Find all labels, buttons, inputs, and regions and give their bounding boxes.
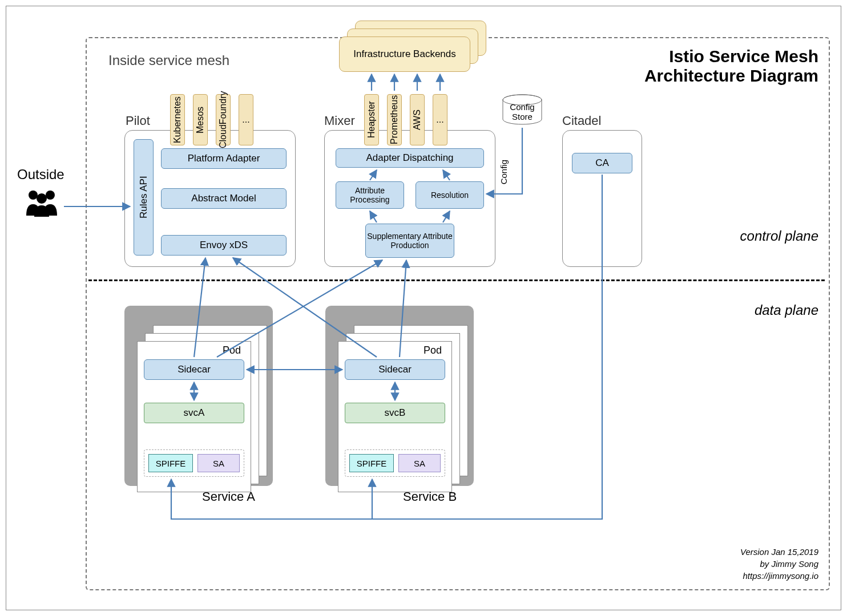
- pilot-platform-1: Mesos: [193, 94, 208, 145]
- svc-a: svcA: [144, 403, 244, 423]
- resolution: Resolution: [416, 181, 484, 209]
- pilot-platform-3: ...: [239, 94, 253, 145]
- pod-b-label: Pod: [424, 345, 442, 356]
- mixer-adapter-2: AWS: [410, 94, 425, 145]
- mixer-adapter-0: Heapster: [364, 94, 379, 145]
- pilot-platform-2: CloudFoundry: [216, 94, 231, 145]
- platform-adapter: Platform Adapter: [161, 148, 287, 169]
- pilot-label: Pilot: [126, 114, 150, 128]
- service-a-label: Service A: [202, 489, 255, 504]
- sa-b: SA: [398, 454, 441, 472]
- infra-backend-1: Infrastructure Backends: [339, 37, 470, 72]
- config-store: Config Store: [499, 94, 545, 128]
- adapter-dispatching: Adapter Dispatching: [336, 148, 484, 168]
- config-edge-label: Config: [499, 160, 509, 184]
- svc-b: svcB: [345, 403, 445, 423]
- plane-divider: [88, 279, 825, 281]
- footer-url: https://jimmysong.io: [743, 571, 818, 581]
- service-b-label: Service B: [403, 489, 457, 504]
- mixer-adapter-1: Prometheus: [387, 94, 402, 145]
- svg-point-1: [46, 191, 55, 200]
- footer-author: by Jimmy Song: [760, 559, 818, 569]
- users-icon: [22, 188, 62, 222]
- spiffe-a: SPIFFE: [148, 454, 193, 472]
- mixer-adapter-3: ...: [433, 94, 447, 145]
- citadel-box: [562, 130, 642, 267]
- title-line2: Architecture Diagram: [644, 66, 818, 85]
- footer-note: Version Jan 15,2019 by Jimmy Song https:…: [740, 546, 818, 582]
- svg-point-0: [29, 191, 38, 200]
- svg-point-2: [37, 193, 47, 204]
- config-store-label: Config Store: [499, 102, 545, 121]
- outside-label: Outside: [17, 167, 64, 183]
- pod-a-label: Pod: [223, 345, 241, 356]
- attribute-processing: Attribute Processing: [336, 181, 404, 209]
- sidecar-b: Sidecar: [345, 359, 445, 380]
- abstract-model: Abstract Model: [161, 188, 287, 209]
- data-plane-label: data plane: [755, 302, 818, 318]
- ca: CA: [572, 153, 632, 173]
- spiffe-b: SPIFFE: [349, 454, 394, 472]
- envoy-xds: Envoy xDS: [161, 235, 287, 256]
- rules-api: Rules API: [134, 139, 154, 256]
- title-line1: Istio Service Mesh: [669, 47, 818, 66]
- sidecar-a: Sidecar: [144, 359, 244, 380]
- sa-a: SA: [197, 454, 240, 472]
- supplementary-attr: Supplementary Attribute Production: [365, 224, 454, 258]
- control-plane-label: control plane: [740, 228, 818, 244]
- citadel-label: Citadel: [562, 114, 601, 128]
- footer-version: Version Jan 15,2019: [740, 547, 818, 557]
- mesh-label: Inside service mesh: [108, 52, 229, 68]
- mixer-label: Mixer: [324, 114, 355, 128]
- diagram-title: Istio Service Mesh Architecture Diagram: [644, 47, 818, 86]
- pilot-platform-0: Kubernetes: [170, 94, 185, 145]
